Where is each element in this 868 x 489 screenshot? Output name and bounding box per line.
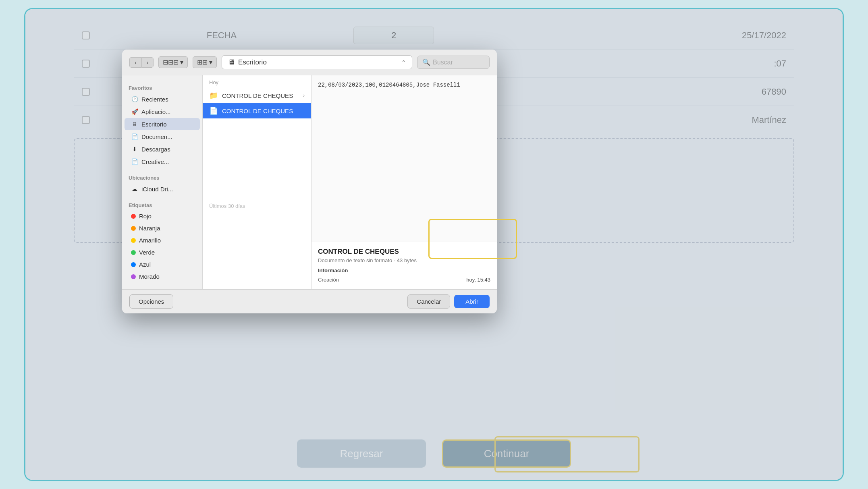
location-text: Escritorio (238, 58, 267, 66)
dialog-preview: 22,08/03/2023,100,0120464805,Jose Fassel… (311, 75, 497, 289)
sidebar-item-label: Amarillo (139, 237, 161, 244)
sidebar-item-label: Naranja (139, 225, 160, 232)
naranja-dot (131, 226, 136, 231)
sidebar-item-morado[interactable]: Morado (125, 271, 200, 282)
sidebar-item-icloud[interactable]: ☁ iCloud Dri... (125, 183, 200, 195)
section-today-label: Hoy (203, 75, 311, 88)
sidebar-item-amarillo[interactable]: Amarillo (125, 234, 200, 246)
sidebar-item-label: Escritorio (141, 121, 167, 128)
nav-button-group: ‹ › (129, 57, 154, 68)
grid-view-chevron: ▾ (209, 58, 212, 66)
grid-view-button[interactable]: ⊞⊞ ▾ (193, 56, 217, 68)
sidebar-item-label: Rojo (139, 213, 152, 220)
sidebar-item-label: Azul (139, 261, 151, 268)
sidebar-item-label: Aplicacio... (141, 108, 171, 115)
dialog-filelist: Hoy 📁 CONTROL DE CHEQUES › 📄 CONTROL DE … (203, 75, 311, 289)
descargas-icon: ⬇ (131, 145, 138, 153)
location-chevron-icon: ⌃ (401, 59, 406, 66)
opciones-button[interactable]: Opciones (129, 294, 173, 309)
file-chevron-icon: › (303, 93, 305, 98)
preview-title: CONTROL DE CHEQUES (318, 248, 490, 256)
documentos-icon: 📄 (131, 133, 138, 140)
dialog-body: Favoritos 🕐 Recientes 🚀 Aplicacio... 🖥 E… (122, 75, 497, 289)
search-icon: 🔍 (422, 58, 430, 66)
file-name: CONTROL DE CHEQUES (222, 92, 293, 99)
verde-dot (131, 250, 136, 255)
section-ubicaciones-label: Ubicaciones (122, 172, 202, 182)
sidebar-item-verde[interactable]: Verde (125, 247, 200, 258)
sidebar-item-creative[interactable]: 📄 Creative... (125, 155, 200, 168)
dialog-sidebar: Favoritos 🕐 Recientes 🚀 Aplicacio... 🖥 E… (122, 75, 203, 289)
sidebar-item-descargas[interactable]: ⬇ Descargas (125, 143, 200, 155)
preview-info: CONTROL DE CHEQUES Documento de texto si… (311, 242, 497, 289)
aplicaciones-icon: 🚀 (131, 108, 138, 115)
meta-creacion-label: Creación (318, 277, 339, 283)
icloud-icon: ☁ (131, 185, 138, 193)
sidebar-item-escritorio[interactable]: 🖥 Escritorio (125, 118, 200, 130)
sidebar-item-aplicaciones[interactable]: 🚀 Aplicacio... (125, 106, 200, 118)
sidebar-item-label: Verde (139, 249, 155, 256)
search-placeholder: Buscar (433, 59, 453, 66)
sidebar-item-label: Recientes (141, 96, 168, 103)
morado-dot (131, 274, 136, 279)
folder-icon: 📁 (209, 91, 218, 100)
abrir-button[interactable]: Abrir (454, 295, 490, 308)
laptop-frame: FECHA 2 25/17/2022 :07 67890 Martínez (24, 8, 844, 481)
section-last30-label: Últimos 30 días (203, 199, 311, 211)
column-view-chevron: ▾ (180, 58, 183, 66)
column-view-icon: ⊟⊟⊟ (163, 58, 179, 66)
txt-file-icon: 📄 (209, 106, 218, 115)
escritorio-icon: 🖥 (131, 120, 138, 128)
file-dialog: ‹ › ⊟⊟⊟ ▾ ⊞⊞ ▾ 🖥 Escritorio ⌃ 🔍 Buscar (122, 50, 497, 313)
sidebar-item-rojo[interactable]: Rojo (125, 210, 200, 222)
azul-dot (131, 262, 136, 267)
column-view-button[interactable]: ⊟⊟⊟ ▾ (158, 56, 188, 68)
creative-icon: 📄 (131, 158, 138, 165)
file-name: CONTROL DE CHEQUES (222, 108, 293, 114)
preview-content: 22,08/03/2023,100,0120464805,Jose Fassel… (311, 75, 497, 242)
sidebar-item-recientes[interactable]: 🕐 Recientes (125, 93, 200, 105)
sidebar-item-label: Creative... (141, 158, 169, 165)
sidebar-item-label: Documen... (141, 133, 172, 140)
sidebar-item-label: Morado (139, 273, 160, 280)
rojo-dot (131, 214, 136, 219)
meta-creacion-value: hoy, 15:43 (466, 277, 490, 283)
sidebar-item-azul[interactable]: Azul (125, 259, 200, 270)
file-item-txt[interactable]: 📄 CONTROL DE CHEQUES (203, 103, 311, 118)
forward-button[interactable]: › (141, 57, 154, 68)
preview-meta-creacion: Creación hoy, 15:43 (318, 276, 490, 284)
sidebar-item-documentos[interactable]: 📄 Documen... (125, 131, 200, 143)
sidebar-item-label: Descargas (141, 146, 170, 153)
location-folder-icon: 🖥 (228, 58, 235, 66)
grid-view-icon: ⊞⊞ (197, 58, 208, 66)
preview-info-label: Información (318, 267, 490, 274)
search-bar[interactable]: 🔍 Buscar (417, 56, 490, 69)
cancelar-button[interactable]: Cancelar (407, 294, 450, 309)
sidebar-item-label: iCloud Dri... (141, 186, 173, 193)
file-item-folder[interactable]: 📁 CONTROL DE CHEQUES › (203, 88, 311, 103)
footer-right-buttons: Cancelar Abrir (407, 294, 490, 309)
section-etiquetas-label: Etiquetas (122, 199, 202, 210)
dialog-toolbar: ‹ › ⊟⊟⊟ ▾ ⊞⊞ ▾ 🖥 Escritorio ⌃ 🔍 Buscar (122, 50, 497, 75)
preview-text: 22,08/03/2023,100,0120464805,Jose Fassel… (318, 82, 460, 88)
amarillo-dot (131, 238, 136, 243)
preview-type: Documento de texto sin formato - 43 byte… (318, 257, 490, 263)
recientes-icon: 🕐 (131, 95, 138, 103)
dialog-footer: Opciones Cancelar Abrir (122, 289, 497, 313)
sidebar-item-naranja[interactable]: Naranja (125, 222, 200, 234)
section-favoritos-label: Favoritos (122, 82, 202, 93)
back-button[interactable]: ‹ (129, 57, 141, 68)
location-bar[interactable]: 🖥 Escritorio ⌃ (222, 55, 412, 69)
